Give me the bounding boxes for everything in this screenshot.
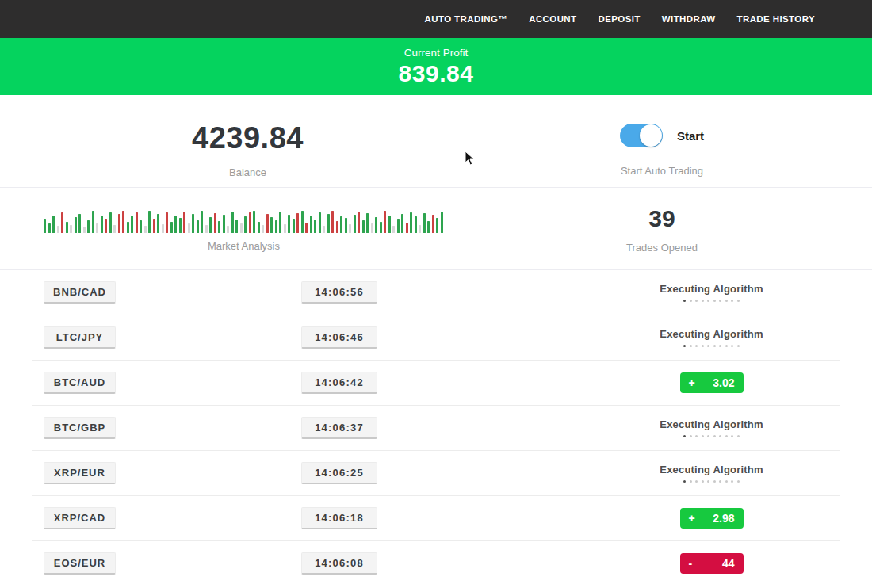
market-bar (427, 221, 430, 233)
market-bar (336, 221, 338, 233)
market-bar (48, 223, 51, 233)
market-bar (235, 220, 238, 233)
market-bar (384, 211, 386, 233)
market-bar (105, 219, 107, 233)
progress-dot (695, 435, 698, 437)
progress-dot (719, 345, 721, 347)
nav-item-trade-history[interactable]: TRADE HISTORY (737, 14, 816, 24)
time-chip[interactable]: 14:06:18 (301, 507, 377, 529)
time-chip[interactable]: 14:06:08 (301, 552, 377, 575)
time-chip[interactable]: 14:06:42 (301, 372, 377, 394)
trades-opened-label: Trades Opened (495, 242, 828, 254)
time-chip[interactable]: 14:06:37 (301, 417, 377, 439)
time-chip[interactable]: 14:06:56 (301, 281, 377, 304)
progress-dot (737, 480, 740, 483)
market-bar (419, 225, 421, 233)
progress-dot (731, 480, 733, 483)
market-bar (305, 223, 308, 233)
market-bar (166, 212, 168, 233)
progress-dot (731, 435, 733, 437)
executing-algorithm-label: Executing Algorithm (587, 283, 836, 295)
pair-chip[interactable]: BTC/GBP (44, 417, 116, 439)
progress-dot (702, 300, 704, 302)
pair-chip[interactable]: EOS/EUR (44, 552, 116, 575)
market-bar (157, 214, 159, 233)
market-bar (415, 216, 417, 233)
current-profit-banner: Current Profit 839.84 (0, 38, 872, 95)
market-bar (293, 219, 295, 233)
market-bar (153, 219, 155, 233)
market-bar (174, 216, 177, 233)
progress-dots (587, 345, 836, 347)
progress-dot (719, 300, 721, 302)
progress-dot (695, 480, 698, 483)
progress-dot (725, 345, 728, 347)
nav-item-withdraw[interactable]: WITHDRAW (662, 14, 716, 24)
nav-item-account[interactable]: ACCOUNT (529, 14, 576, 24)
progress-dots (587, 435, 836, 437)
market-bar (192, 214, 194, 233)
profit-badge: +3.02 (680, 372, 744, 393)
trades-opened-block: 39 Trades Opened (495, 188, 828, 254)
pair-chip[interactable]: XRP/CAD (44, 507, 116, 529)
progress-dots (587, 300, 836, 302)
pair-chip[interactable]: LTC/JPY (44, 326, 116, 349)
progress-dot (690, 435, 692, 437)
market-bar (270, 217, 273, 233)
market-bar (140, 220, 142, 233)
market-bar (170, 222, 173, 233)
trades-opened-count: 39 (495, 205, 828, 232)
auto-trading-toggle-block: Start Start Auto Trading (495, 95, 828, 177)
auto-trading-toggle[interactable] (620, 124, 663, 147)
market-bar (66, 222, 68, 233)
market-bar (331, 211, 334, 233)
market-bar (162, 224, 164, 233)
pair-chip[interactable]: XRP/EUR (44, 462, 116, 484)
market-bar (362, 220, 365, 233)
market-bar (423, 213, 426, 233)
market-bar (205, 225, 208, 233)
table-row: BTC/GBP 14:06:37 Executing Algorithm (32, 406, 840, 451)
market-bar (253, 211, 255, 233)
balance-block: 4239.84 Balance (0, 95, 495, 178)
progress-dot (725, 435, 728, 437)
progress-dot (731, 300, 733, 302)
market-bar (70, 225, 72, 233)
market-bar (113, 225, 116, 233)
market-bar (78, 214, 81, 233)
market-bar (371, 223, 373, 233)
time-chip[interactable]: 14:06:25 (301, 462, 377, 484)
toggle-label: Start (677, 129, 704, 143)
progress-dot (683, 300, 686, 302)
market-bar (96, 223, 98, 233)
market-bar (183, 212, 185, 233)
progress-dot (695, 300, 698, 302)
progress-dot (713, 435, 716, 437)
nav-item-deposit[interactable]: DEPOSIT (599, 14, 641, 24)
badge-value: 2.98 (713, 512, 734, 525)
trade-status-cell: +3.02 (587, 372, 836, 393)
nav-item-auto-trading[interactable]: AUTO TRADING™ (425, 14, 508, 24)
pair-chip[interactable]: BTC/AUD (44, 372, 116, 394)
table-row: XRP/EUR 14:06:25 Executing Algorithm (32, 451, 840, 496)
progress-dot (737, 300, 740, 302)
market-bar (231, 212, 234, 233)
market-bar (380, 222, 382, 233)
market-bar (61, 212, 63, 233)
market-bar (388, 216, 391, 233)
market-bar (284, 224, 286, 233)
progress-dots (587, 480, 836, 483)
time-chip[interactable]: 14:06:46 (301, 326, 377, 349)
market-bar (275, 220, 277, 233)
market-bar (327, 214, 330, 233)
table-row: BNB/CAD 14:06:56 Executing Algorithm (32, 270, 840, 315)
market-bar (397, 219, 400, 233)
market-bar (127, 222, 129, 233)
market-bar (223, 215, 225, 233)
progress-dot (737, 435, 740, 437)
progress-dot (690, 345, 692, 347)
table-row: LTC/JPY 14:06:46 Executing Algorithm (32, 315, 840, 361)
market-bar (349, 224, 351, 233)
pair-chip[interactable]: BNB/CAD (44, 281, 116, 304)
market-bar (52, 216, 55, 233)
